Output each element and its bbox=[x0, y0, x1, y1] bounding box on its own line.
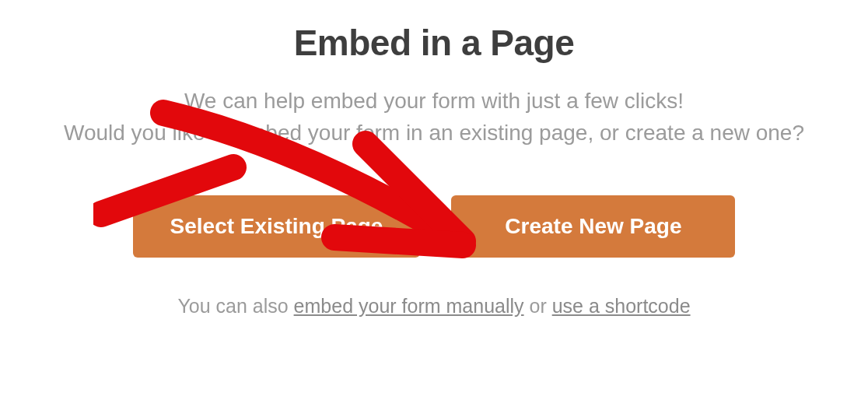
select-existing-page-button[interactable]: Select Existing Page bbox=[133, 195, 421, 258]
use-shortcode-link[interactable]: use a shortcode bbox=[552, 295, 691, 317]
footer-text: You can also embed your form manually or… bbox=[177, 295, 690, 318]
create-new-page-button[interactable]: Create New Page bbox=[451, 195, 735, 258]
subtitle-line-2: Would you like to embed your form in an … bbox=[64, 121, 804, 145]
page-title: Embed in a Page bbox=[294, 22, 575, 64]
footer-mid: or bbox=[524, 295, 552, 317]
footer-prefix: You can also bbox=[177, 295, 293, 317]
action-button-row: Select Existing Page Create New Page bbox=[133, 195, 736, 258]
page-subtitle: We can help embed your form with just a … bbox=[64, 86, 804, 149]
embed-manually-link[interactable]: embed your form manually bbox=[294, 295, 524, 317]
subtitle-line-1: We can help embed your form with just a … bbox=[184, 89, 684, 113]
